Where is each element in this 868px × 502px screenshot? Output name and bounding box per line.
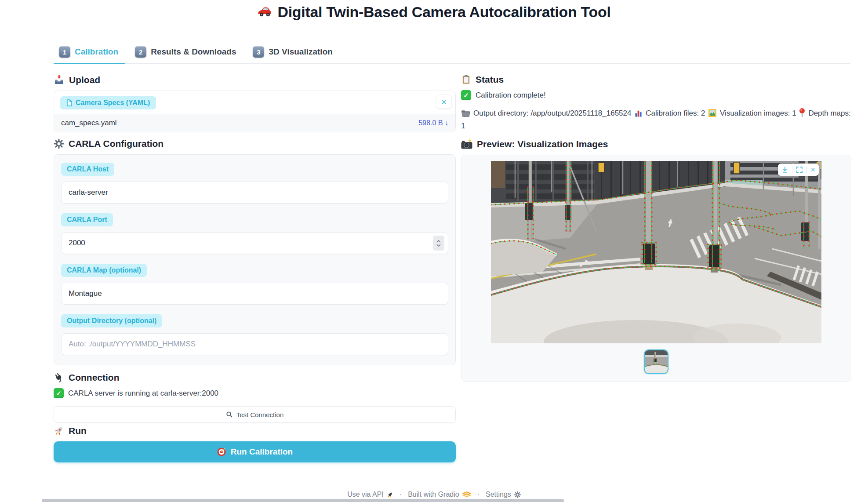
calibration-status: ✓ Calibration complete! [461, 90, 851, 100]
carla-map-field: CARLA Map (optional) [61, 264, 448, 305]
download-icon [781, 166, 788, 173]
carla-host-input[interactable] [61, 182, 448, 204]
horizontal-scrollbar[interactable] [42, 499, 564, 502]
rocket-icon [54, 426, 64, 436]
file-name: cam_specs.yaml [61, 119, 117, 127]
file-type-badge: Camera Specs (YAML) [60, 96, 156, 109]
connection-status: ✓ CARLA server is running at carla-serve… [54, 388, 456, 398]
gradio-logo [462, 491, 471, 498]
gear-icon [54, 138, 64, 149]
carla-config-form: CARLA Host CARLA Port CARLA Map (optiona… [54, 154, 456, 365]
image-gallery: × [461, 155, 851, 382]
close-preview-button[interactable]: × [810, 166, 815, 174]
footer-separator: · [399, 491, 402, 498]
folder-icon [461, 109, 470, 117]
carla-scene [491, 161, 821, 343]
uploaded-file-row: cam_specs.yaml 598.0 B ↓ [54, 114, 455, 132]
check-icon: ✓ [461, 90, 471, 100]
test-connection-button[interactable]: Test Connection [54, 406, 456, 423]
car-icon [257, 7, 272, 18]
tab-label: Results & Downloads [151, 47, 236, 57]
file-icon [66, 99, 72, 106]
run-calibration-button[interactable]: Run Calibration [54, 441, 456, 462]
remove-file-button[interactable]: × [436, 95, 452, 109]
built-with-gradio-link[interactable]: Built with Gradio [408, 491, 471, 498]
carla-host-field: CARLA Host [61, 163, 448, 204]
inbox-tray-icon [54, 74, 65, 85]
preview-heading: Preview: Visualization Images [461, 139, 851, 149]
keycap-1-icon: 1 [59, 46, 70, 58]
calibration-panel: Upload Camera Specs (YAML) × cam_specs.y… [54, 73, 456, 462]
api-rocket-icon [387, 491, 393, 498]
carla-host-label: CARLA Host [61, 163, 114, 176]
tab-calibration[interactable]: 1 Calibration [54, 43, 125, 64]
clipboard-icon [461, 74, 471, 85]
chevron-down-icon [436, 244, 441, 247]
download-image-button[interactable] [781, 166, 788, 173]
visualization-images-text: Visualization images: 1 [720, 109, 796, 117]
image-toolbar: × [778, 164, 819, 176]
thumbnail-strip [644, 349, 668, 374]
upload-heading: Upload [54, 74, 456, 85]
fullscreen-icon [796, 166, 803, 173]
toolbar-separator [806, 166, 807, 173]
plug-icon [54, 372, 64, 383]
gallery-thumbnail[interactable] [644, 349, 668, 374]
check-icon: ✓ [54, 388, 64, 398]
use-via-api-link[interactable]: Use via API [347, 491, 393, 498]
page-title: Digital Twin-Based Camera Autocalibratio… [0, 0, 868, 21]
preview-image[interactable]: × [491, 161, 821, 343]
keycap-3-icon: 3 [253, 46, 264, 58]
output-directory-label: Output Directory (optional) [61, 314, 162, 327]
target-icon [217, 447, 226, 457]
calibration-status-text: Calibration complete! [476, 91, 546, 100]
tab-label: 3D Visualization [269, 47, 332, 57]
file-upload: Camera Specs (YAML) × cam_specs.yaml 598… [54, 91, 456, 132]
page-title-text: Digital Twin-Based Camera Autocalibratio… [277, 4, 610, 21]
picture-icon [708, 109, 717, 117]
tab-results-downloads[interactable]: 2 Results & Downloads [130, 43, 243, 64]
file-download-link[interactable]: 598.0 B ↓ [418, 119, 448, 127]
carla-port-label: CARLA Port [61, 213, 113, 226]
pushpin-icon [799, 108, 805, 117]
carla-port-field: CARLA Port [61, 213, 448, 254]
magnifier-icon [226, 411, 233, 418]
camera-icon [461, 139, 472, 149]
file-upload-header: Camera Specs (YAML) × [54, 91, 455, 114]
footer-separator: · [477, 491, 479, 498]
chevron-up-icon [436, 240, 441, 243]
number-stepper[interactable] [433, 236, 444, 251]
keycap-2-icon: 2 [135, 46, 146, 58]
app-window: Digital Twin-Based Camera Autocalibratio… [0, 0, 868, 462]
settings-gear-icon [514, 491, 521, 498]
connection-heading: Connection [54, 372, 456, 383]
carla-port-input[interactable] [61, 232, 448, 254]
tab-bar: 1 Calibration 2 Results & Downloads 3 3D… [54, 43, 850, 64]
thumbnail-image [645, 350, 668, 373]
carla-map-label: CARLA Map (optional) [61, 264, 147, 277]
calibration-files-text: Calibration files: 2 [646, 109, 705, 117]
tab-label: Calibration [75, 47, 118, 57]
output-dir-text: Output directory: /app/output/20251118_1… [473, 109, 631, 117]
tab-3d-visualization[interactable]: 3 3D Visualization [247, 43, 339, 64]
footer: Use via API · Built with Gradio · Settin… [0, 491, 868, 498]
output-directory-field: Output Directory (optional) [61, 314, 448, 355]
connection-status-text: CARLA server is running at carla-server:… [68, 389, 218, 398]
status-heading: Status [461, 74, 851, 85]
status-panel: Status ✓ Calibration complete! Output di… [461, 73, 851, 382]
bar-chart-icon [634, 109, 643, 117]
settings-link[interactable]: Settings [486, 491, 521, 498]
run-heading: Run [54, 426, 456, 436]
output-summary: Output directory: /app/output/20251118_1… [461, 107, 851, 133]
output-directory-input[interactable] [61, 333, 448, 355]
carla-config-heading: CARLA Configuration [54, 138, 456, 149]
carla-map-input[interactable] [61, 283, 448, 305]
toolbar-separator [792, 166, 792, 173]
fullscreen-button[interactable] [796, 166, 803, 173]
